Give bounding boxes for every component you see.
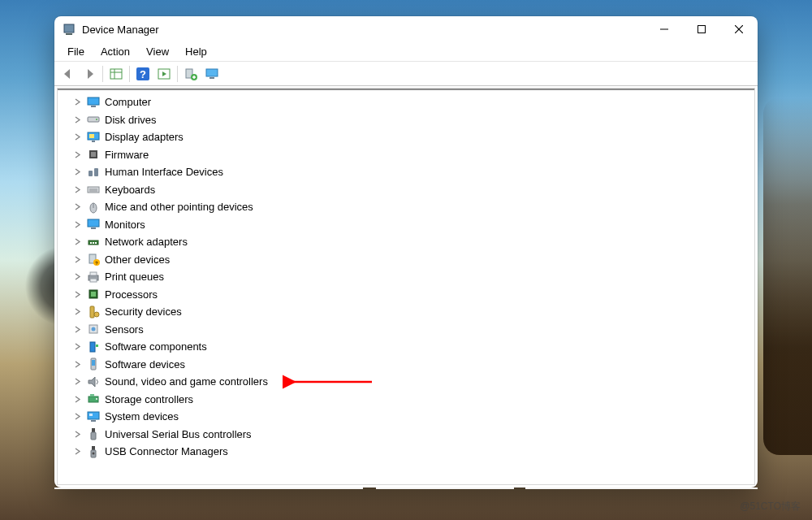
titlebar[interactable]: Device Manager [54, 16, 758, 42]
svg-point-24 [96, 119, 97, 120]
chevron-right-icon[interactable] [72, 98, 82, 107]
chevron-right-icon[interactable] [72, 150, 82, 159]
tree-node[interactable]: ?Other devices [59, 251, 754, 269]
tree-node-label: Human Interface Devices [105, 166, 223, 178]
tree-node[interactable]: Software devices [59, 356, 754, 374]
chevron-right-icon[interactable] [72, 307, 82, 317]
tree-node[interactable]: Disk drives [59, 111, 754, 129]
computer-icon [87, 96, 100, 109]
menu-view[interactable]: View [138, 44, 177, 59]
software-icon [87, 340, 100, 353]
menu-action[interactable]: Action [93, 44, 138, 59]
chevron-right-icon[interactable] [72, 412, 82, 422]
chevron-right-icon[interactable] [72, 359, 82, 369]
tree-node-label: Display adapters [105, 131, 184, 143]
chevron-right-icon[interactable] [72, 254, 82, 264]
tree-node-label: Mice and other pointing devices [105, 201, 253, 213]
processor-icon [87, 288, 100, 301]
chevron-right-icon[interactable] [72, 342, 82, 352]
app-icon [63, 23, 76, 36]
content-pane: ComputerDisk drivesDisplay adaptersFirmw… [57, 88, 755, 485]
svg-rect-38 [91, 228, 96, 229]
tree-node[interactable]: Display adapters [59, 128, 754, 146]
minimize-button[interactable] [646, 16, 683, 42]
svg-rect-47 [90, 272, 97, 275]
tree-node[interactable]: Storage controllers [59, 391, 754, 409]
tree-node-label: Universal Serial Bus controllers [105, 428, 252, 440]
tree-node-label: Monitors [105, 219, 145, 231]
tree-node[interactable]: Monitors [59, 216, 754, 234]
chevron-right-icon[interactable] [72, 447, 82, 457]
chevron-right-icon[interactable] [72, 377, 82, 387]
tree-node[interactable]: Universal Serial Bus controllers [59, 426, 754, 444]
chevron-right-icon[interactable] [72, 132, 82, 142]
help-button[interactable]: ? [133, 64, 153, 84]
svg-rect-21 [88, 98, 99, 105]
tree-node-label: Sensors [105, 323, 144, 336]
tree-node-label: Network adapters [105, 236, 188, 248]
tree-node-label: USB Connector Managers [105, 445, 228, 457]
tree-node[interactable]: Print queues [59, 268, 754, 286]
security-icon [87, 306, 100, 318]
tree-node-label: Firmware [105, 149, 149, 161]
softdev-icon [87, 358, 100, 370]
chevron-right-icon[interactable] [72, 289, 82, 299]
tree-node-label: Disk drives [105, 114, 157, 126]
tree-node[interactable]: Firmware [59, 146, 754, 164]
tree-node[interactable]: Software components [59, 338, 754, 356]
add-legacy-button[interactable] [181, 64, 201, 84]
tree-node[interactable]: Processors [59, 286, 754, 304]
keyboard-icon [87, 183, 100, 196]
menu-file[interactable]: File [59, 44, 93, 59]
chevron-right-icon[interactable] [72, 202, 82, 212]
chevron-right-icon[interactable] [72, 324, 82, 334]
tree-node[interactable]: Mice and other pointing devices [59, 198, 754, 216]
tree-node[interactable]: Sound, video and game controllers [59, 373, 754, 391]
network-icon [87, 236, 100, 249]
tree-node[interactable]: Sensors [59, 321, 754, 339]
chevron-right-icon[interactable] [72, 394, 82, 404]
tree-node[interactable]: USB Connector Managers [59, 443, 754, 461]
toolbar: ? [54, 62, 758, 86]
chevron-right-icon[interactable] [72, 219, 82, 229]
svg-rect-40 [90, 242, 92, 244]
svg-rect-42 [95, 242, 97, 244]
tree-node[interactable]: Computer [59, 93, 754, 111]
chevron-right-icon[interactable] [72, 184, 82, 194]
chevron-right-icon[interactable] [72, 272, 82, 282]
svg-rect-58 [92, 360, 95, 366]
maximize-button[interactable] [683, 16, 720, 42]
svg-rect-65 [89, 414, 93, 416]
tree-node-label: Computer [105, 96, 151, 108]
monitor-button[interactable] [202, 64, 222, 84]
tree-node[interactable]: Keyboards [59, 181, 754, 199]
svg-marker-59 [89, 377, 95, 387]
tree-node[interactable]: System devices [59, 408, 754, 426]
chevron-right-icon[interactable] [72, 167, 82, 177]
hid-icon [87, 166, 100, 179]
show-hidden-button[interactable] [106, 64, 126, 84]
system-icon [87, 410, 100, 423]
device-manager-window: Device Manager File Action View Help [54, 16, 758, 488]
svg-rect-50 [91, 292, 96, 297]
tree-node[interactable]: Human Interface Devices [59, 163, 754, 181]
tree-node-label: Storage controllers [105, 393, 193, 405]
chevron-right-icon[interactable] [72, 237, 82, 247]
back-button[interactable] [58, 64, 78, 84]
chevron-right-icon[interactable] [72, 429, 82, 439]
chevron-right-icon[interactable] [72, 115, 82, 124]
forward-button[interactable] [80, 64, 99, 84]
scan-hardware-button[interactable] [154, 64, 174, 84]
usbconn-icon [87, 445, 100, 458]
svg-rect-41 [93, 242, 94, 244]
tree-node[interactable]: Security devices [59, 303, 754, 321]
tree-node[interactable]: Network adapters [59, 233, 754, 251]
menu-help[interactable]: Help [177, 44, 215, 59]
tree-node-label: System devices [105, 410, 179, 422]
svg-point-61 [96, 398, 97, 400]
svg-rect-67 [91, 432, 96, 440]
close-button[interactable] [720, 16, 758, 42]
svg-marker-6 [64, 69, 70, 79]
window-bottom-border [54, 488, 758, 507]
device-tree[interactable]: ComputerDisk drivesDisplay adaptersFirmw… [58, 90, 754, 484]
